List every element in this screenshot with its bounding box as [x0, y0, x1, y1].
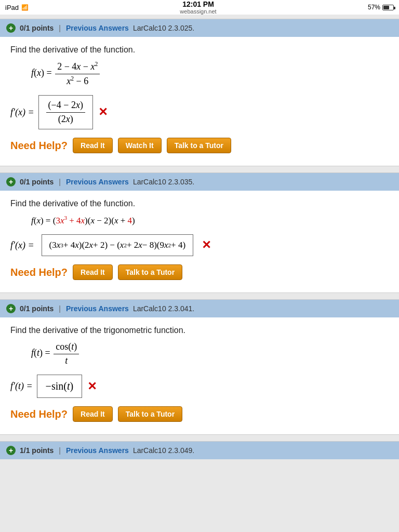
answer-box-1[interactable]: (−4 − 2x) (2x) — [38, 95, 93, 129]
prev-answers-link-4[interactable]: Previous Answers — [66, 446, 129, 455]
answer-box-3[interactable]: −sin(t) — [37, 375, 83, 398]
need-help-label-3: Need Help? — [10, 408, 68, 420]
status-left: iPad 📶 — [5, 4, 29, 11]
problem-id-2: LarCalc10 2.3.035. — [133, 178, 194, 186]
plus-icon-1: + — [6, 23, 16, 33]
time-display: 12:01 PM — [180, 0, 216, 8]
sep-4: | — [59, 446, 61, 455]
question-block-3: + 0/1 points | Previous Answers LarCalc1… — [0, 299, 399, 435]
sep-1: | — [59, 24, 61, 32]
instruction-2: Find the derivative of the function. — [10, 199, 389, 208]
question-header-4: + 1/1 points | Previous Answers LarCalc1… — [0, 442, 399, 459]
status-center: 12:01 PM webassign.net — [180, 0, 216, 15]
problem-id-3: LarCalc10 2.3.041. — [133, 304, 194, 313]
sep-2: | — [59, 178, 61, 186]
question-block-1: + 0/1 points | Previous Answers LarCalc1… — [0, 19, 399, 166]
url-display: webassign.net — [180, 8, 216, 15]
talk-tutor-btn-3[interactable]: Talk to a Tutor — [118, 406, 182, 422]
answer-row-3: f′(t) = −sin(t) ✕ — [10, 375, 389, 398]
wrong-mark-3: ✕ — [87, 380, 97, 393]
derivative-label-2: f′(x) = — [10, 240, 34, 251]
need-help-label-2: Need Help? — [10, 267, 68, 278]
question-block-4-partial: + 1/1 points | Previous Answers LarCalc1… — [0, 441, 399, 459]
instruction-3: Find the derivative of the trigonometric… — [10, 326, 389, 335]
main-content: + 0/1 points | Previous Answers LarCalc1… — [0, 15, 399, 463]
instruction-1: Find the derivative of the function. — [10, 45, 389, 55]
wrong-mark-2: ✕ — [202, 238, 211, 252]
problem-ft-3: f(t) = cos(t) t — [31, 341, 389, 366]
need-help-label-1: Need Help? — [10, 140, 68, 152]
question-header-1: + 0/1 points | Previous Answers LarCalc1… — [0, 19, 399, 37]
prev-answers-link-1[interactable]: Previous Answers — [66, 24, 129, 32]
plus-icon-2: + — [6, 177, 16, 187]
question-header-3: + 0/1 points | Previous Answers LarCalc1… — [0, 300, 399, 317]
plus-icon-3: + — [6, 304, 16, 313]
derivative-label-3: f′(t) = — [10, 381, 33, 392]
points-3: 0/1 points — [20, 304, 54, 313]
points-1: 0/1 points — [20, 24, 54, 32]
problem-id-1: LarCalc10 2.3.025. — [133, 24, 194, 32]
help-row-3: Need Help? Read It Talk to a Tutor — [10, 406, 389, 426]
help-row-2: Need Help? Read It Talk to a Tutor — [10, 264, 389, 284]
prev-answers-link-3[interactable]: Previous Answers — [66, 304, 129, 313]
problem-id-4: LarCalc10 2.3.049. — [133, 446, 194, 455]
talk-tutor-btn-2[interactable]: Talk to a Tutor — [118, 264, 182, 280]
read-it-btn-1[interactable]: Read It — [73, 138, 113, 153]
battery-percent: 57% — [368, 4, 380, 11]
answer-row-1: f′(x) = (−4 − 2x) (2x) ✕ — [10, 95, 389, 129]
points-2: 0/1 points — [20, 178, 54, 186]
read-it-btn-3[interactable]: Read It — [73, 406, 113, 422]
wrong-mark-1: ✕ — [98, 105, 108, 119]
wifi-icon: 📶 — [21, 4, 29, 11]
answer-box-2[interactable]: (3x3 + 4x)(2x + 2) − (x2 + 2x − 8)(9x2 +… — [42, 234, 193, 256]
question-body-2: Find the derivative of the function. f(x… — [0, 191, 399, 292]
watch-it-btn-1[interactable]: Watch It — [118, 138, 162, 153]
status-right: 57% — [368, 4, 394, 11]
talk-tutor-btn-1[interactable]: Talk to a Tutor — [167, 138, 231, 153]
prev-answers-link-2[interactable]: Previous Answers — [66, 178, 129, 186]
problem-fx-2: f(x) = (3x3 + 4x)(x − 2)(x + 4) — [31, 215, 389, 226]
sep-3: | — [59, 304, 61, 313]
battery-icon — [382, 5, 394, 10]
device-label: iPad — [5, 4, 19, 11]
plus-icon-4: + — [6, 446, 16, 455]
points-4: 1/1 points — [20, 446, 54, 455]
read-it-btn-2[interactable]: Read It — [73, 264, 113, 280]
question-header-2: + 0/1 points | Previous Answers LarCalc1… — [0, 173, 399, 191]
question-body-1: Find the derivative of the function. f(x… — [0, 37, 399, 166]
status-bar: iPad 📶 12:01 PM webassign.net 57% — [0, 0, 399, 15]
help-row-1: Need Help? Read It Watch It Talk to a Tu… — [10, 138, 389, 157]
question-body-3: Find the derivative of the trigonometric… — [0, 317, 399, 434]
question-block-2: + 0/1 points | Previous Answers LarCalc1… — [0, 172, 399, 293]
answer-row-2: f′(x) = (3x3 + 4x)(2x + 2) − (x2 + 2x − … — [10, 234, 389, 256]
problem-fx-1: f(x) = 2 − 4x − x2 x2 − 6 — [31, 61, 389, 87]
derivative-label-1: f′(x) = — [10, 107, 34, 118]
